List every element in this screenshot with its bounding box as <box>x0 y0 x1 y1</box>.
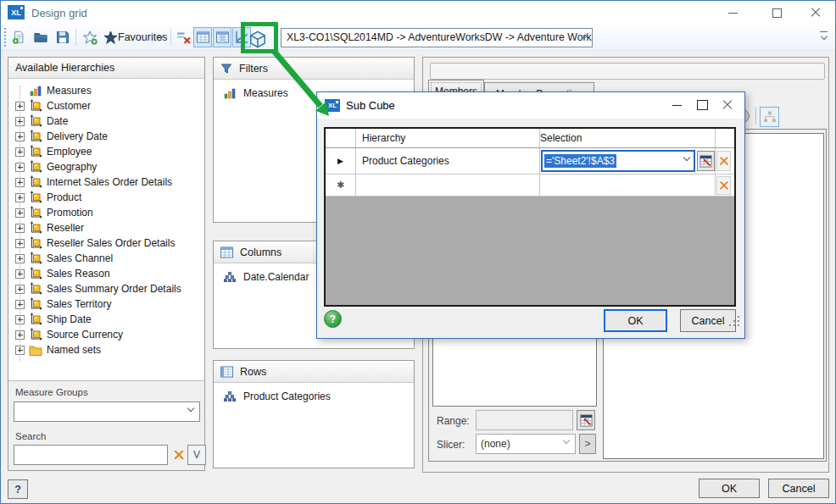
delete-column-header <box>716 129 732 147</box>
tree-item-sales-territory[interactable]: Sales Territory <box>8 296 204 312</box>
expand-plus-icon[interactable] <box>15 300 25 309</box>
sub-cube-dialog: XL Sub Cube Hierarchy Selection ▶ Produc… <box>316 91 745 339</box>
clear-selection-button[interactable] <box>175 27 193 47</box>
dimension-icon <box>29 145 42 158</box>
dialog-cancel-button[interactable]: Cancel <box>680 309 736 332</box>
pivot-view-toggle[interactable] <box>213 27 231 47</box>
tree-item-ship-date[interactable]: Ship Date <box>8 312 204 327</box>
search-input[interactable] <box>14 445 168 465</box>
dialog-title: Sub Cube <box>346 99 395 112</box>
range-input[interactable] <box>476 410 573 430</box>
main-cancel-button[interactable]: Cancel <box>768 479 829 498</box>
favourites-dropdown[interactable] <box>155 27 167 47</box>
tree-item-source-currency[interactable]: Source Currency <box>8 327 204 342</box>
slicer-dropdown[interactable]: (none) <box>476 434 576 454</box>
selection-column-header[interactable]: Selection <box>540 129 716 147</box>
toolbar-grip[interactable] <box>4 28 6 47</box>
dialog-minimize-button[interactable] <box>665 94 688 116</box>
tree-item-product[interactable]: Product <box>8 190 204 205</box>
toolbar-overflow-button[interactable] <box>820 31 828 39</box>
main-ok-button[interactable]: OK <box>699 479 760 498</box>
expand-plus-icon[interactable] <box>15 239 25 248</box>
expand-plus-icon[interactable] <box>15 224 25 233</box>
tree-item-promotion[interactable]: Promotion <box>8 205 204 220</box>
expand-plus-icon[interactable] <box>15 269 25 279</box>
tree-item-employee[interactable]: Employee <box>8 144 204 159</box>
tree-item-sales-channel[interactable]: Sales Channel <box>8 251 204 266</box>
expand-plus-icon[interactable] <box>15 132 25 141</box>
sub-cube-grid: Hierarchy Selection ▶ Product Categories… <box>324 127 736 307</box>
expand-plus-icon[interactable] <box>15 147 25 157</box>
tree-item-date[interactable]: Date <box>8 114 204 129</box>
expand-plus-icon[interactable] <box>15 315 25 324</box>
left-panel-footer: Measure Groups Search V <box>8 380 204 470</box>
close-button[interactable] <box>801 1 830 25</box>
minimize-button[interactable] <box>718 1 747 25</box>
hierarchy-tree[interactable]: Measures Customer Date Delivery Date Emp… <box>8 79 204 380</box>
new-report-button[interactable] <box>9 27 28 47</box>
app-logo-icon: XL <box>8 5 25 19</box>
maximize-button[interactable] <box>762 1 791 25</box>
grid-new-row[interactable]: ✱ <box>326 174 734 197</box>
tree-item-reseller[interactable]: Reseller <box>8 220 204 235</box>
hierarchy-cell[interactable]: Product Categories <box>356 148 540 174</box>
star-icon <box>103 30 118 45</box>
hierarchy-column-header[interactable]: Hierarchy <box>356 129 540 147</box>
expand-plus-icon[interactable] <box>15 117 25 126</box>
dialog-maximize-button[interactable] <box>690 94 714 116</box>
search-clear-icon[interactable] <box>173 449 185 461</box>
tree-item-customer[interactable]: Customer <box>8 98 204 114</box>
chevron-down-icon <box>563 437 570 444</box>
hierarchy-view-button[interactable] <box>760 107 779 127</box>
dimension-icon <box>29 130 42 143</box>
delete-row-button[interactable] <box>716 151 731 171</box>
range-picker-button[interactable] <box>577 410 595 430</box>
expand-plus-icon[interactable] <box>15 193 25 202</box>
tree-item-reseller-sales-order-details[interactable]: Reseller Sales Order Details <box>8 235 204 251</box>
dimension-icon <box>29 236 42 250</box>
expand-plus-icon[interactable] <box>15 178 25 187</box>
hierarchy-icon <box>224 391 236 402</box>
tree-item-delivery-date[interactable]: Delivery Date <box>8 129 204 144</box>
tree-item-internet-sales-order-details[interactable]: Internet Sales Order Details <box>8 174 204 190</box>
resize-grip[interactable] <box>729 324 731 326</box>
selection-combobox[interactable]: ='Sheet2'!$A$3 <box>541 150 695 172</box>
delete-x-icon <box>718 180 729 191</box>
grid-view-toggle[interactable] <box>193 27 212 47</box>
tree-item-measures[interactable]: Measures <box>8 83 204 98</box>
range-picker-button[interactable] <box>697 151 715 171</box>
hierarchy-cell-empty[interactable] <box>356 174 540 196</box>
favourites-button[interactable] <box>101 27 120 47</box>
help-button[interactable]: ? <box>8 479 28 499</box>
expand-plus-icon[interactable] <box>15 330 25 340</box>
expand-plus-icon[interactable] <box>15 208 25 218</box>
available-hierarchies-title: Available Hierarchies <box>15 62 114 74</box>
grid-row-product-categories[interactable]: ▶ Product Categories ='Sheet2'!$A$3 <box>326 148 734 174</box>
measure-groups-dropdown[interactable] <box>14 402 200 422</box>
add-favourite-button[interactable] <box>81 27 99 47</box>
expand-plus-icon[interactable] <box>15 163 25 172</box>
expand-plus-icon[interactable] <box>15 254 25 263</box>
dialog-help-button[interactable]: ? <box>324 310 342 328</box>
delete-cell <box>716 174 732 196</box>
slicer-expand-button[interactable]: > <box>579 434 596 454</box>
search-options-button[interactable]: V <box>187 445 206 465</box>
tree-item-named-sets[interactable]: Named sets <box>8 342 204 357</box>
tree-item-sales-summary-order-details[interactable]: Sales Summary Order Details <box>8 281 204 296</box>
dialog-close-button[interactable] <box>716 94 739 116</box>
dimension-icon <box>29 252 42 265</box>
expand-plus-icon[interactable] <box>15 102 25 111</box>
tree-item-geography[interactable]: Geography <box>8 159 204 174</box>
expand-plus-icon[interactable] <box>15 346 25 355</box>
connection-dropdown[interactable]: XL3-CO1\SQL2014MD -> AdventureWorksDW ->… <box>281 28 593 47</box>
new-document-icon <box>12 30 25 44</box>
expand-plus-icon[interactable] <box>15 285 25 294</box>
dialog-ok-button[interactable]: OK <box>604 309 667 332</box>
delete-row-button[interactable] <box>716 176 731 195</box>
tree-item-sales-reason[interactable]: Sales Reason <box>8 266 204 281</box>
minimize-icon <box>672 105 682 106</box>
save-button[interactable] <box>53 27 72 47</box>
selection-cell-empty[interactable] <box>540 174 716 196</box>
rows-item-product-categories[interactable]: Product Categories <box>214 383 414 402</box>
open-button[interactable] <box>31 27 50 47</box>
